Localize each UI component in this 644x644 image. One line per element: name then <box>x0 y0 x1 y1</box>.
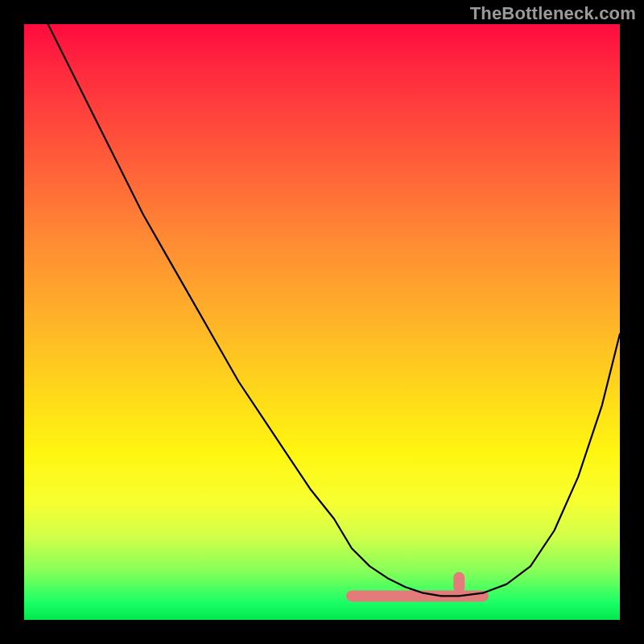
chart-stage: TheBottleneck.com <box>0 0 644 644</box>
plot-area <box>24 24 620 620</box>
chart-svg <box>24 24 620 620</box>
watermark-text: TheBottleneck.com <box>470 3 636 24</box>
bottleneck-curve-line <box>48 24 620 596</box>
